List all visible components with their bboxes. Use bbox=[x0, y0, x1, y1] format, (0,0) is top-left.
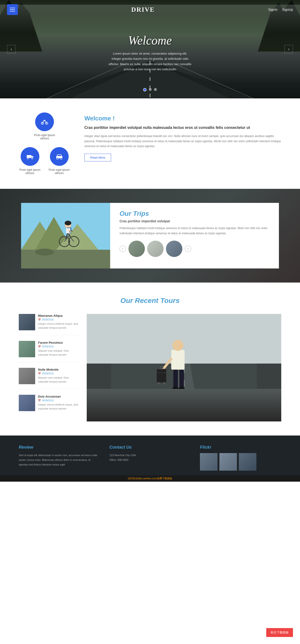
svg-rect-44 bbox=[257, 364, 281, 389]
svg-rect-9 bbox=[27, 155, 32, 158]
icons-row: Proin eget ipsum ultrices Proin eget ips… bbox=[19, 147, 70, 175]
tours-layout: Maecenas Aliqua 📅 05/09/2016 Integer viv… bbox=[19, 314, 281, 422]
trips-title: Our Trips bbox=[120, 210, 269, 218]
hero-content: Welcome Lorem ipsum dolor sit amet, cons… bbox=[108, 34, 192, 72]
hero-next-arrow[interactable]: › bbox=[284, 45, 293, 54]
tour-title-3: Nulla Molestie bbox=[38, 368, 80, 371]
svg-point-22 bbox=[35, 248, 54, 256]
svg-point-15 bbox=[57, 158, 58, 160]
svg-point-56 bbox=[163, 382, 165, 384]
tour-date-4: 📅 05/09/2016 bbox=[38, 399, 80, 402]
welcome-body: Integer vitae ligula sed lectus consecte… bbox=[84, 134, 281, 149]
tour-item-2: Facere Pessimus 📅 05/09/2016 Aliquam era… bbox=[19, 341, 80, 362]
hero-title: Welcome bbox=[108, 34, 192, 47]
tour-desc-1: Integer viverra eleifend neque, duis vul… bbox=[38, 322, 80, 330]
svg-point-16 bbox=[60, 158, 62, 160]
footer-contact-title: Contact Us bbox=[109, 445, 191, 450]
footer-review: Review Sed ut turpis elit ullamcorper in… bbox=[19, 445, 100, 471]
svg-rect-45 bbox=[173, 370, 178, 388]
trips-subtitle: Cras porttitor imperdiet volutpat bbox=[120, 219, 269, 223]
truck-icon-circle bbox=[21, 147, 39, 166]
svg-point-50 bbox=[172, 340, 183, 351]
tour-item-3: Nulla Molestie 📅 05/09/2016 Aliquam erat… bbox=[19, 368, 80, 389]
trips-image bbox=[21, 203, 110, 268]
icon-item-motorcycle: Proin eget ipsum ultrices bbox=[33, 112, 56, 140]
hero-dot-3[interactable] bbox=[154, 88, 157, 91]
flickr-thumb-1[interactable] bbox=[200, 453, 217, 471]
watermark-text: 访问论坛bbs.xienloo.com免费下载模板 bbox=[128, 477, 172, 480]
tour-date-1: 📅 05/09/2016 bbox=[38, 318, 80, 321]
site-logo: DRIVE bbox=[131, 6, 155, 13]
navigation: DRIVE SignIn SignUp bbox=[0, 0, 300, 19]
trip-thumb-2[interactable] bbox=[147, 240, 164, 257]
hamburger-button[interactable] bbox=[7, 4, 18, 15]
tour-info-3: Nulla Molestie 📅 05/09/2016 Aliquam erat… bbox=[38, 368, 80, 384]
footer-contact-address: 123 NewYork City USA. bbox=[109, 453, 191, 458]
tour-desc-3: Aliquam erat volutpat. Duis vulputate te… bbox=[38, 376, 80, 384]
welcome-content: Welcome ! Cras porttitor imperdiet volut… bbox=[84, 112, 281, 175]
svg-point-11 bbox=[27, 158, 29, 159]
tours-section: Our Recent Tours Maecenas Aliqua 📅 05/09… bbox=[0, 282, 300, 436]
hero-dot-2[interactable] bbox=[149, 88, 152, 91]
trips-body: Pellentesque habitant morbi tristique se… bbox=[120, 226, 269, 236]
trips-section: Our Trips Cras porttitor imperdiet volut… bbox=[0, 189, 300, 282]
tour-item-1: Maecenas Aliqua 📅 05/09/2016 Integer viv… bbox=[19, 314, 80, 335]
hero-section: DRIVE SignIn SignUp Welcome Lorem ipsum … bbox=[0, 0, 300, 98]
tour-info-4: Duis Accumsan 📅 05/09/2016 Integer viver… bbox=[38, 395, 80, 411]
car-icon-circle bbox=[50, 147, 69, 166]
tour-desc-2: Aliquam erat volutpat. Duis vulputate te… bbox=[38, 349, 80, 356]
footer-contact-phone: Office: 908-0000 bbox=[109, 458, 191, 462]
tour-info-2: Facere Pessimus 📅 05/09/2016 Aliquam era… bbox=[38, 341, 80, 357]
icon-item-truck: Proin eget ipsum ultrices bbox=[19, 147, 41, 175]
svg-rect-46 bbox=[180, 370, 184, 388]
tours-title: Our Recent Tours bbox=[19, 296, 281, 304]
trips-card: Our Trips Cras porttitor imperdiet volut… bbox=[21, 203, 279, 268]
tour-date-3: 📅 05/09/2016 bbox=[38, 372, 80, 375]
svg-point-23 bbox=[75, 250, 89, 256]
footer-review-body: Sed ut turpis elit ullamcorper in auctor… bbox=[19, 453, 100, 467]
tour-date-2: 📅 05/09/2016 bbox=[38, 345, 80, 348]
flickr-thumb-3[interactable] bbox=[239, 453, 256, 471]
tour-thumb-4 bbox=[19, 395, 35, 411]
welcome-subtitle: Cras porttitor imperdiet volutpat nulla … bbox=[84, 125, 281, 130]
svg-rect-14 bbox=[58, 155, 61, 156]
svg-point-25 bbox=[65, 221, 71, 225]
svg-point-55 bbox=[157, 382, 160, 384]
welcome-title: Welcome ! bbox=[84, 115, 281, 122]
nav-links: SignIn SignUp bbox=[268, 8, 293, 12]
trip-thumb-1[interactable] bbox=[128, 240, 145, 257]
hero-body: Lorem ipsum dolor sit amet, consectetur … bbox=[108, 51, 192, 72]
tour-desc-4: Integer viverra eleifend neque, duis vul… bbox=[38, 403, 80, 410]
trips-content: Our Trips Cras porttitor imperdiet volut… bbox=[110, 203, 279, 268]
footer-contact: Contact Us 123 NewYork City USA. Office:… bbox=[109, 445, 191, 471]
hero-dot-1[interactable] bbox=[143, 88, 146, 91]
trips-next-arrow[interactable]: › bbox=[185, 246, 191, 252]
footer-flickr-title: Flickr bbox=[200, 445, 281, 450]
svg-point-12 bbox=[32, 158, 33, 159]
tours-main-image bbox=[87, 314, 281, 422]
signin-link[interactable]: SignIn bbox=[268, 8, 277, 12]
svg-rect-52 bbox=[157, 369, 166, 382]
tour-thumb-2 bbox=[19, 341, 35, 357]
trips-prev-arrow[interactable]: ‹ bbox=[120, 246, 126, 252]
footer-review-title: Review bbox=[19, 445, 100, 450]
svg-rect-43 bbox=[87, 364, 111, 389]
footer: Review Sed ut turpis elit ullamcorper in… bbox=[0, 436, 300, 475]
icon-item-car: Proin eget ipsum ultrices bbox=[48, 147, 70, 175]
truck-icon-label: Proin eget ipsum ultrices bbox=[19, 168, 41, 175]
svg-rect-49 bbox=[171, 350, 185, 370]
signup-link[interactable]: SignUp bbox=[282, 8, 293, 12]
flickr-thumbnails bbox=[200, 453, 281, 471]
tour-title-1: Maecenas Aliqua bbox=[38, 314, 80, 318]
tour-thumb-3 bbox=[19, 368, 35, 384]
trip-thumb-3[interactable] bbox=[166, 240, 182, 257]
tours-list: Maecenas Aliqua 📅 05/09/2016 Integer viv… bbox=[19, 314, 80, 422]
tour-item-4: Duis Accumsan 📅 05/09/2016 Integer viver… bbox=[19, 395, 80, 416]
footer-flickr: Flickr bbox=[200, 445, 281, 471]
motorcycle-icon-circle bbox=[35, 112, 54, 131]
read-more-button[interactable]: Read More bbox=[84, 154, 111, 162]
icons-column: Proin eget ipsum ultrices Proin eget ips… bbox=[19, 112, 70, 175]
hero-prev-arrow[interactable]: ‹ bbox=[7, 45, 16, 54]
svg-point-7 bbox=[42, 123, 43, 124]
flickr-thumb-2[interactable] bbox=[219, 453, 237, 471]
